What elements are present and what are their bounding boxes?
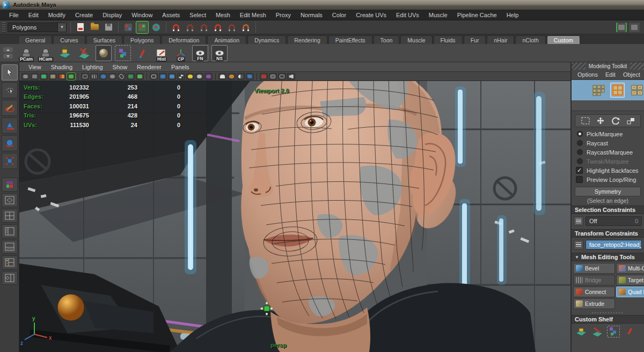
toolkit-checkbox[interactable]: Preview Loop/Ring [572,175,644,184]
menu-item[interactable]: Window [127,10,157,20]
field-chart-icon[interactable] [108,73,116,80]
layout-four-pane-button[interactable] [2,209,18,223]
toolkit-checkbox[interactable]: Highlight Backfaces [572,166,644,175]
menu-item[interactable]: Help [502,10,524,20]
multisample-icon[interactable] [246,73,254,80]
snap-to-grid-button[interactable] [170,21,182,33]
tearoff-handle-icon[interactable] [2,22,5,33]
shelf-tab[interactable]: Toon [374,35,400,44]
cp-shelf-button[interactable]: CP [173,45,189,61]
viewport-menu-item[interactable]: Show [108,64,133,70]
toolkit-menu-item[interactable]: Edit [602,71,619,78]
target-weld-button[interactable]: Target W [616,275,644,285]
marker-shelf-button[interactable] [134,45,150,61]
highlight-selection-mode-icon[interactable] [616,23,627,32]
menu-item[interactable]: Display [98,10,127,20]
open-scene-button[interactable] [89,21,100,33]
sculpt-shelf-button[interactable] [76,45,92,61]
shadows-icon[interactable] [218,73,226,80]
image-plane-icon[interactable] [40,73,48,80]
menu-item[interactable]: Muscle [424,10,452,20]
menu-item[interactable]: Assets [157,10,185,20]
grease-pencil-icon[interactable] [67,73,75,80]
textured-icon[interactable] [168,73,176,80]
wireframe-icon[interactable] [150,73,158,80]
hcam-shelf-button[interactable]: HCam [38,45,54,61]
title-bar[interactable]: Autodesk Maya [0,0,644,10]
layout-persp-outliner-button[interactable] [2,224,18,238]
selection-constraint-dropdown[interactable]: Off 0 [586,216,642,226]
sculpt-shelf-icon[interactable] [591,326,604,338]
menu-item[interactable]: Edit [24,10,43,20]
constraint-list-icon[interactable] [574,216,583,226]
shelf-tab[interactable]: Animation [207,35,246,44]
viewport-menu-item[interactable]: Lighting [77,64,108,70]
pick-mode-option[interactable]: Tweak/Marquee [572,157,644,166]
snap-to-curve-button[interactable] [184,21,196,33]
layout-persp-graph-button[interactable] [2,240,18,254]
toolkit-menu-item[interactable]: Object [619,71,644,78]
pick-mode-option[interactable]: Raycast [572,138,644,148]
ssao-icon[interactable] [228,73,236,80]
shelf-scroll-buttons[interactable] [3,47,13,58]
xray-icon[interactable] [269,73,277,80]
menu-item[interactable]: Normals [296,10,327,20]
select-object-mode-button[interactable] [136,21,148,33]
selection-constraints-header[interactable]: Selection Constraints [572,206,644,214]
bridge-button[interactable]: Bridge [573,275,615,285]
extrude-button[interactable]: Extrude [573,298,615,309]
input-output-connections-icon[interactable] [629,23,640,32]
select-hierarchy-button[interactable] [122,21,134,33]
shelf-tab[interactable]: Polygons [123,35,160,44]
menu-item[interactable]: Create [70,10,98,20]
layout-uv-editor-button[interactable] [2,271,18,285]
snap-to-point-button[interactable] [198,21,210,33]
face-mode-button[interactable] [630,83,644,98]
shelf-tab[interactable]: Surfaces [86,35,122,44]
menu-item[interactable]: Color [327,10,351,20]
shelf-tab[interactable]: Fur [464,35,486,44]
menu-item[interactable]: Proxy [271,10,296,20]
snap-to-projected-center-button[interactable] [212,21,224,33]
connect-button[interactable]: Connect [573,287,615,297]
pick-mode-option[interactable]: Pick/Marquee [572,129,644,138]
transform-constraint-field[interactable]: face_retopo2:Head_only1:Me [586,240,642,250]
pan-zoom-icon[interactable] [58,73,66,80]
share-icon[interactable] [287,73,295,80]
transform-constraints-header[interactable]: Transform Constraints [572,229,644,238]
menu-item[interactable]: Edit UVs [391,10,424,20]
shelf-tab[interactable]: Rendering [287,35,327,44]
layout-single-pane-button[interactable] [2,193,18,207]
quad-draw-shelf-icon[interactable] [607,326,620,338]
multi-cut-button[interactable]: Multi-Cu [616,263,644,274]
viewport-menu-item[interactable]: Panels [166,64,194,70]
sphere-primitive-shelf-button[interactable] [96,45,112,61]
make-live-button[interactable] [240,21,252,33]
marquee-select-icon[interactable] [581,117,590,124]
shelf-tab[interactable]: nHair [487,35,514,44]
shelf-tab[interactable]: Muscle [400,35,432,44]
safe-title-icon[interactable] [127,73,135,80]
use-default-lighting-icon[interactable] [186,73,194,80]
menu-item[interactable]: Create UVs [351,10,391,20]
last-tool-button[interactable] [2,178,18,192]
constraint-list-icon[interactable] [574,240,583,250]
perspective-viewport-panel[interactable]: ViewShadingLightingShowRendererPanels [19,62,570,352]
use-all-lights-icon[interactable] [195,73,203,80]
film-gate-icon[interactable] [81,73,89,80]
panel-title-bar[interactable]: Modeling Toolkit [572,62,644,70]
select-camera-icon[interactable] [21,73,30,80]
camera-attributes-icon[interactable] [31,73,39,80]
smooth-shade-icon[interactable] [159,73,167,80]
select-tool-button[interactable] [2,64,18,80]
shelf-scroll-down-icon[interactable] [3,54,13,58]
lasso-tool-button[interactable] [2,82,18,98]
symmetry-button[interactable]: Symmetry [575,187,641,196]
shelf-tab[interactable]: Deformation [162,35,206,44]
menu-item[interactable]: Edit Mesh [235,10,271,20]
shelf-tab[interactable]: Dynamics [247,35,286,44]
bevel-button[interactable]: Bevel [573,263,615,274]
fill-mode-icon[interactable] [136,73,144,80]
resolution-gate-icon[interactable] [90,73,98,80]
fn-shelf-button[interactable]: FN [192,45,208,61]
